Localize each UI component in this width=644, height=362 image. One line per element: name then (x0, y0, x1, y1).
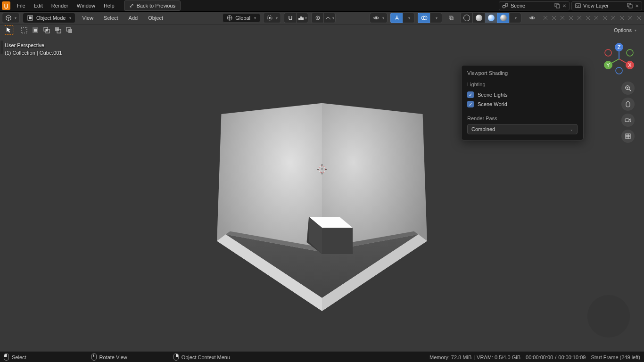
proportional-edit-toggle[interactable] (311, 13, 323, 23)
mode-label: Object Mode (36, 15, 66, 21)
xray-toggle[interactable] (445, 13, 457, 23)
proportional-falloff[interactable]: ▾ (323, 13, 336, 23)
select-menu[interactable]: Select (100, 13, 122, 23)
gizmo-options[interactable]: ▾ (403, 13, 415, 23)
tool-strip: Options ▾ (0, 25, 644, 36)
svg-rect-1 (505, 4, 508, 6)
sidebar-toggle-tab[interactable] (0, 41, 3, 54)
shading-rendered[interactable] (497, 13, 509, 23)
checkbox-checked-icon: ✓ (467, 101, 474, 107)
disabled-icon[interactable] (619, 15, 625, 21)
overlays-options[interactable]: ▾ (430, 13, 442, 23)
viewport-shading-popup: Viewport Shading Lighting ✓ Scene Lights… (461, 65, 584, 140)
mouse-left-icon (4, 354, 9, 361)
svg-point-16 (317, 17, 318, 19)
view-menu[interactable]: View (78, 13, 97, 23)
shading-mode-group: ▾ (460, 13, 521, 23)
disabled-icon[interactable] (602, 15, 608, 21)
status-context: Object Context Menu (173, 354, 230, 361)
options-dropdown[interactable]: Options ▾ (610, 26, 640, 34)
status-right: Memory: 72.8 MiB | VRAM: 0.5/4.0 GiB 00:… (429, 354, 640, 360)
lighting-header: Lighting (467, 82, 578, 87)
menu-window[interactable]: Window (73, 1, 99, 10)
select-intersect-icon[interactable] (41, 25, 52, 35)
transform-orientation[interactable]: Global ▾ (223, 13, 260, 23)
disabled-icon[interactable] (576, 15, 583, 21)
menu-render[interactable]: Render (48, 1, 72, 10)
pivot-point-button[interactable]: ▾ (263, 13, 281, 23)
disabled-icon[interactable] (585, 15, 591, 21)
render-pass-select[interactable]: Combined ⌄ (467, 124, 578, 134)
snap-toggle[interactable] (284, 13, 296, 23)
app-logo-icon[interactable]: ⋃ (2, 1, 10, 10)
select-difference-icon[interactable] (64, 25, 74, 35)
gizmo-toggle[interactable] (390, 13, 403, 23)
browse-layer-icon[interactable] (627, 2, 633, 9)
top-menu-bar: ⋃ File Edit Render Window Help ⤢ Back to… (0, 0, 644, 12)
browse-scene-icon[interactable] (554, 2, 561, 9)
visibility-button[interactable]: ▾ (370, 13, 388, 23)
camera-view-button[interactable] (621, 114, 635, 127)
scene-world-checkbox[interactable]: ✓ Scene World (467, 99, 578, 109)
chevron-down-icon: ▾ (276, 16, 278, 20)
navigation-gizmo[interactable]: X Y Z (603, 42, 636, 75)
shading-options[interactable]: ▾ (509, 13, 521, 23)
disabled-icon[interactable] (542, 15, 549, 21)
shading-material[interactable] (485, 13, 497, 23)
shading-solid[interactable] (472, 13, 485, 23)
overlays-toggle[interactable] (418, 13, 430, 23)
select-all-icon[interactable] (19, 25, 29, 35)
pan-button[interactable] (621, 98, 635, 111)
scene-selector[interactable]: Scene ✕ (499, 1, 570, 10)
svg-text:Z: Z (618, 44, 621, 50)
options-label: Options (614, 27, 632, 33)
back-label: Back to Previous (137, 3, 176, 8)
svg-text:Y: Y (606, 62, 610, 68)
svg-point-18 (396, 17, 397, 19)
disabled-icon[interactable] (559, 15, 566, 21)
svg-rect-4 (576, 4, 580, 8)
rotation-widget[interactable] (587, 295, 630, 337)
shading-wireframe[interactable] (460, 13, 472, 23)
viewport-3d[interactable]: User Perspective (1) Collection | Cube.0… (0, 37, 644, 352)
add-menu[interactable]: Add (125, 13, 142, 23)
zoom-button[interactable] (621, 82, 635, 95)
scene-world-label: Scene World (478, 101, 507, 107)
viewlayer-name: View Layer (583, 3, 625, 8)
menu-edit[interactable]: Edit (30, 1, 47, 10)
chevron-down-icon: ▾ (635, 28, 636, 33)
disabled-icon[interactable] (627, 15, 634, 21)
close-scene-icon[interactable]: ✕ (562, 3, 566, 8)
perspective-text: User Perspective (5, 41, 62, 49)
back-to-previous-button[interactable]: ⤢ Back to Previous (124, 0, 181, 11)
cursor-3d-icon (316, 164, 328, 175)
status-select: Select (4, 354, 26, 361)
disabled-icon[interactable] (568, 15, 574, 21)
disabled-icon[interactable] (610, 15, 617, 21)
disabled-icon[interactable] (593, 15, 600, 21)
select-invert-icon[interactable] (30, 25, 41, 35)
svg-rect-8 (29, 16, 32, 19)
filter-eye-icon[interactable] (526, 13, 538, 23)
disabled-icon[interactable] (551, 15, 557, 21)
menu-file[interactable]: File (13, 1, 29, 10)
viewlayer-selector[interactable]: View Layer ✕ (571, 1, 642, 10)
perspective-toggle-button[interactable] (621, 130, 635, 143)
editor-type-button[interactable]: ▾ (2, 13, 20, 23)
status-time1: 00:00:00:00 (526, 354, 553, 360)
select-box-tool-icon[interactable] (4, 25, 14, 35)
svg-rect-24 (21, 27, 27, 33)
disabled-icon[interactable] (636, 15, 642, 21)
rendered-scene (199, 79, 445, 324)
menu-help[interactable]: Help (100, 1, 118, 10)
object-menu[interactable]: Object (144, 13, 167, 23)
svg-point-59 (616, 67, 622, 74)
chevron-down-icon: ▾ (305, 16, 307, 20)
status-memory: Memory: 72.8 MiB (429, 354, 471, 360)
snap-options[interactable]: ▾ (296, 13, 308, 23)
popup-title: Viewport Shading (467, 70, 578, 76)
close-layer-icon[interactable]: ✕ (635, 3, 639, 8)
scene-lights-checkbox[interactable]: ✓ Scene Lights (467, 90, 578, 99)
mode-selector[interactable]: Object Mode ▾ (23, 13, 75, 23)
select-subtract-icon[interactable] (53, 25, 63, 35)
